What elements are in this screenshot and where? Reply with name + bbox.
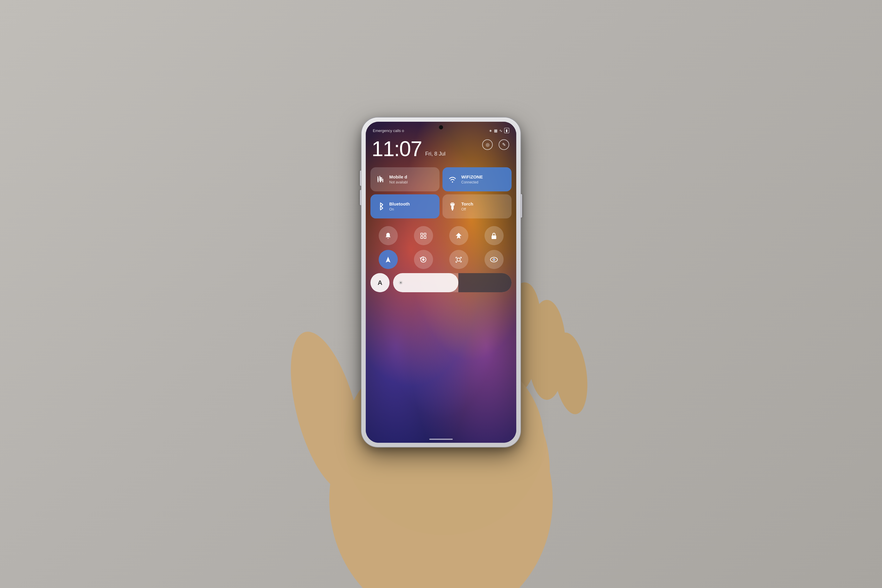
clock-time: 11:07	[372, 138, 422, 159]
torch-tile[interactable]: Torch Off	[442, 194, 512, 219]
svg-rect-18	[492, 236, 496, 239]
bluetooth-text: Bluetooth On	[389, 201, 410, 212]
location-toggle[interactable]	[379, 250, 398, 269]
svg-rect-12	[451, 206, 454, 209]
wifi-tile-icon	[447, 174, 458, 184]
brightness-sun-icon: ☀	[398, 280, 403, 286]
svg-rect-9	[378, 178, 379, 182]
notification-toggle[interactable]	[379, 226, 398, 245]
status-bar: Emergency calls o ∗ ▦ ∿ ▮	[366, 122, 516, 137]
status-icons: ∗ ▦ ∿ ▮	[489, 128, 509, 133]
svg-rect-11	[382, 179, 383, 182]
svg-rect-13	[452, 209, 453, 210]
tiles-grid: Mobile d Not availabl WiFiZONE	[370, 167, 512, 219]
bottom-controls: A ☀	[370, 273, 512, 292]
torch-text: Torch Off	[461, 201, 473, 212]
screen-capture-toggle[interactable]	[449, 250, 468, 269]
quick-toggles-row1	[370, 226, 512, 245]
bluetooth-tile[interactable]: Bluetooth On	[370, 194, 440, 219]
font-size-button[interactable]: A	[370, 273, 390, 292]
time-section: 11:07 Fri, 8 Jul	[372, 138, 446, 159]
mobile-data-title: Mobile d	[389, 174, 408, 180]
torch-title: Torch	[461, 201, 473, 207]
bluetooth-subtitle: On	[389, 207, 410, 212]
wifi-title: WiFiZONE	[461, 174, 483, 180]
torch-subtitle: Off	[461, 207, 473, 212]
wifi-status-icon: ∿	[499, 129, 502, 133]
lock-toggle[interactable]	[484, 226, 504, 245]
svg-rect-15	[424, 233, 426, 235]
rotation-toggle[interactable]	[414, 250, 433, 269]
brightness-dark	[458, 273, 512, 292]
svg-point-20	[423, 259, 424, 261]
brightness-fill: ☀	[393, 273, 458, 292]
svg-rect-17	[424, 236, 426, 238]
svg-point-24	[494, 259, 495, 260]
mobile-data-tile[interactable]: Mobile d Not availabl	[370, 167, 440, 191]
reading-mode-toggle[interactable]	[484, 250, 504, 269]
mobile-data-subtitle: Not availabl	[389, 180, 408, 184]
airplane-toggle[interactable]	[449, 226, 468, 245]
svg-rect-10	[380, 177, 381, 182]
brightness-slider[interactable]: ☀	[393, 273, 512, 292]
edit-icon[interactable]: ✎	[499, 140, 509, 150]
home-indicator[interactable]	[429, 439, 453, 440]
svg-rect-16	[421, 236, 423, 238]
torch-icon	[447, 201, 458, 212]
quick-action-icons: ◎ ✎	[482, 140, 509, 150]
date-display: Fri, 8 Jul	[425, 151, 446, 157]
target-icon[interactable]: ◎	[482, 140, 493, 150]
bluetooth-status-icon: ∗	[489, 129, 492, 133]
mobile-data-text: Mobile d Not availabl	[389, 174, 408, 184]
bluetooth-icon	[375, 201, 386, 212]
wifi-text: WiFiZONE Connected	[461, 174, 483, 184]
signal-icon: ▦	[494, 129, 498, 133]
wifi-subtitle: Connected	[461, 180, 483, 184]
quick-toggles-row2	[370, 250, 512, 269]
bluetooth-title: Bluetooth	[389, 201, 410, 207]
battery-icon: ▮	[504, 128, 509, 133]
wifi-tile[interactable]: WiFiZONE Connected	[442, 167, 512, 191]
svg-rect-21	[457, 258, 460, 261]
svg-rect-14	[421, 233, 423, 235]
mobile-data-icon	[375, 174, 386, 184]
emergency-text: Emergency calls o	[373, 129, 404, 133]
screenshot-toggle[interactable]	[414, 226, 433, 245]
